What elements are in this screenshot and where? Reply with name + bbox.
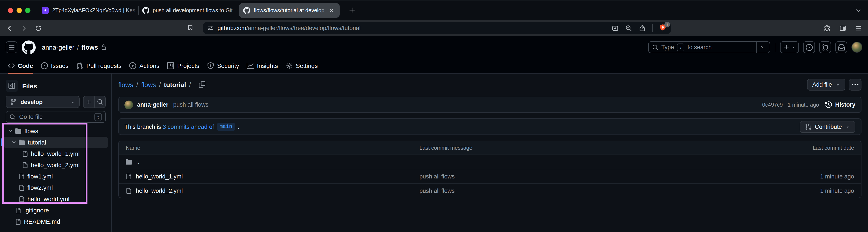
forward-button[interactable] xyxy=(21,25,27,32)
create-new-button[interactable] xyxy=(780,41,799,53)
browser-sidebar-icon[interactable] xyxy=(839,25,846,32)
chevron-down-icon[interactable] xyxy=(11,140,17,145)
parent-directory-row[interactable]: .. xyxy=(119,154,861,169)
minimize-window-button[interactable] xyxy=(17,8,22,13)
tree-item-hello_world_2.yml[interactable]: hello_world_2.yml xyxy=(3,159,108,171)
breadcrumb-folder-link[interactable]: flows xyxy=(141,81,156,88)
repo-name-link[interactable]: flows xyxy=(81,44,98,51)
github-hamburger-menu-button[interactable] xyxy=(6,41,18,53)
url-bar[interactable]: github.com/anna-geller/flows/tree/develo… xyxy=(203,22,671,34)
chevron-down-icon[interactable] xyxy=(8,128,13,134)
history-button[interactable]: History xyxy=(826,102,856,108)
commit-time: 1 minute ago xyxy=(787,102,819,108)
global-search-input[interactable]: Type / to search >_ xyxy=(648,41,770,53)
command-palette-icon[interactable]: >_ xyxy=(756,42,766,53)
tree-item-label: hello_world_1.yml xyxy=(31,150,80,157)
repo-owner-link[interactable]: anna-geller xyxy=(42,44,74,51)
commit-author-link[interactable]: anna-geller xyxy=(137,102,168,108)
tree-item-tutorial[interactable]: tutorial xyxy=(3,137,108,148)
reload-button[interactable] xyxy=(35,25,42,32)
commit-author-avatar[interactable] xyxy=(124,100,133,109)
go-to-file-input[interactable]: Go to file t xyxy=(6,111,106,123)
repo-tab-security[interactable]: Security xyxy=(203,58,243,73)
commit-message-cell[interactable]: push all flows xyxy=(420,187,711,194)
copy-path-icon[interactable] xyxy=(198,81,205,88)
add-file-button[interactable]: Add file xyxy=(807,79,845,90)
tree-item-flow2.yml[interactable]: flow2.yml xyxy=(3,182,108,193)
close-window-button[interactable] xyxy=(8,8,13,13)
user-avatar[interactable] xyxy=(851,42,862,53)
browser-tab-active[interactable]: flows/flows/tutorial at develop xyxy=(239,3,340,18)
browser-tab[interactable]: ✦2Tp4dXylaAFOxZNqzVo5wd | Kest xyxy=(38,0,138,20)
table-row-hello_world_1.yml[interactable]: hello_world_1.ymlpush all flows1 minute … xyxy=(119,169,861,183)
browser-menu-icon[interactable] xyxy=(855,25,862,32)
main-branch-badge[interactable]: main xyxy=(217,122,236,131)
table-row-hello_world_2.yml[interactable]: hello_world_2.ymlpush all flows1 minute … xyxy=(119,183,861,198)
collapse-file-tree-button[interactable] xyxy=(6,80,18,92)
commit-message-cell[interactable]: push all flows xyxy=(420,173,711,179)
breadcrumb-repo-link[interactable]: flows xyxy=(118,81,133,88)
column-header-message: Last commit message xyxy=(420,145,711,151)
more-options-kebab-button[interactable] xyxy=(849,79,862,90)
tree-item-.gitignore[interactable]: .gitignore xyxy=(3,205,108,216)
tree-item-flow1.yml[interactable]: flow1.yml xyxy=(3,171,108,182)
files-table: Name Last commit message Last commit dat… xyxy=(118,141,862,198)
new-tab-button[interactable] xyxy=(348,6,356,14)
commit-sha-and-time[interactable]: 0c497c9 · 1 minute ago xyxy=(762,102,819,108)
issues-icon[interactable] xyxy=(803,41,815,53)
site-settings-tune-icon[interactable] xyxy=(207,25,214,31)
file-name-link[interactable]: hello_world_2.yml xyxy=(136,187,183,194)
add-file-icon-button[interactable] xyxy=(84,96,94,108)
commit-sha[interactable]: 0c497c9 xyxy=(762,102,783,108)
pull-requests-icon[interactable] xyxy=(819,41,831,53)
search-tree-icon-button[interactable] xyxy=(94,96,105,108)
brave-shield-icon[interactable]: 1 xyxy=(659,24,666,32)
commit-message-link[interactable]: push all flows xyxy=(173,102,208,108)
tree-item-hello_world_1.yml[interactable]: hello_world_1.yml xyxy=(3,148,108,159)
repo-tab-projects[interactable]: Projects xyxy=(163,58,203,73)
repo-tab-insights[interactable]: Insights xyxy=(243,58,282,73)
search-placeholder-suffix: to search xyxy=(688,44,712,51)
zoom-out-icon[interactable] xyxy=(625,25,632,32)
tree-item-hello_world.yml[interactable]: hello_world.yml xyxy=(3,193,108,205)
repo-tab-code[interactable]: Code xyxy=(4,58,37,73)
divider xyxy=(652,24,653,32)
repo-tab-label: Issues xyxy=(51,62,68,69)
repo-tab-label: Projects xyxy=(177,62,199,69)
github-icon xyxy=(142,7,149,14)
commits-ahead-link[interactable]: 3 commits ahead of xyxy=(163,123,214,130)
inbox-icon[interactable] xyxy=(835,41,847,53)
file-tree-sidebar: Files develop Go to file t flowstutorial… xyxy=(0,74,112,232)
github-logo-icon[interactable] xyxy=(22,40,36,54)
repo-tab-label: Settings xyxy=(296,62,318,69)
browser-tab[interactable]: push all development flows to Git xyxy=(139,0,239,20)
zoom-window-button[interactable] xyxy=(25,8,30,13)
back-button[interactable] xyxy=(6,25,13,32)
install-app-icon[interactable] xyxy=(612,25,619,32)
share-icon[interactable] xyxy=(639,25,646,32)
tree-item-flows[interactable]: flows xyxy=(3,125,108,137)
close-tab-icon[interactable] xyxy=(328,6,336,14)
tab-search-chevron-icon[interactable] xyxy=(856,7,862,13)
bookmark-icon[interactable] xyxy=(187,24,194,31)
file-name-link[interactable]: hello_world_1.yml xyxy=(136,173,183,179)
breadcrumb: flows / flows / tutorial / Add file xyxy=(118,79,862,90)
banner-period: . xyxy=(238,123,240,130)
files-panel-title: Files xyxy=(22,82,37,89)
repo-tab-pull-requests[interactable]: Pull requests xyxy=(72,58,126,73)
go-to-file-placeholder: Go to file xyxy=(19,114,43,120)
tree-actions-split-button xyxy=(83,96,106,108)
folder-icon xyxy=(19,139,25,145)
contribute-button[interactable]: Contribute xyxy=(800,121,856,133)
tab-title: flows/flows/tutorial at develop xyxy=(254,7,324,13)
repo-tab-settings[interactable]: Settings xyxy=(282,58,321,73)
repo-tab-actions[interactable]: Actions xyxy=(126,58,163,73)
extensions-puzzle-icon[interactable] xyxy=(824,25,831,32)
file-icon xyxy=(126,188,131,194)
repo-tab-label: Actions xyxy=(140,62,159,69)
parent-directory-label[interactable]: .. xyxy=(136,158,140,165)
tree-item-README.md[interactable]: README.md xyxy=(3,216,108,227)
browser-toolbar: github.com/anna-geller/flows/tree/develo… xyxy=(0,20,868,36)
branch-selector-button[interactable]: develop xyxy=(6,96,80,108)
repo-tab-issues[interactable]: Issues xyxy=(37,58,72,73)
